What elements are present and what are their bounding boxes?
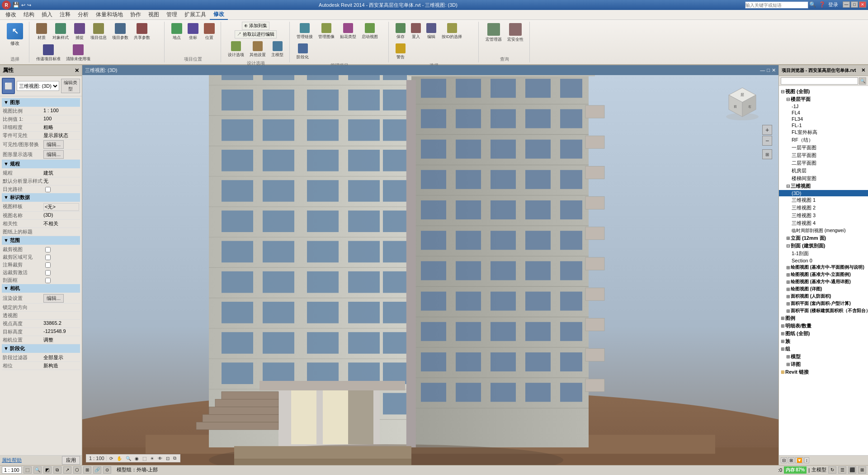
tree-area-floor[interactable]: ⊞ 面积平面 (楼标建筑面积积（不含阳台）) (779, 307, 868, 314)
far-clip-checkbox[interactable] (45, 270, 51, 276)
tree-groups-detail[interactable]: ⊞ 详图 (779, 361, 868, 368)
viewport[interactable]: 三维视图: (3D) — □ ✕ (82, 65, 778, 465)
status-icon-7[interactable]: ⊞ (83, 466, 91, 474)
ribbon-btn-design-options[interactable]: 设计选项 (226, 40, 246, 59)
status-icon-4[interactable]: ⧉ (53, 466, 61, 474)
ribbon-btn-coordinates[interactable]: 坐标 (185, 22, 201, 42)
viewport-maximize[interactable]: □ (767, 67, 770, 73)
tree-groups-model[interactable]: ⊞ 模型 (779, 353, 868, 361)
pan-btn[interactable]: ✋ (116, 456, 123, 461)
render-btn[interactable]: ◉ (134, 456, 140, 461)
project-browser-search-input[interactable] (781, 77, 858, 85)
tree-fp-rf[interactable]: RF（结） (779, 136, 868, 144)
ribbon-btn-save-sel[interactable]: 保存 (393, 22, 408, 41)
render-settings-btn[interactable]: 编辑... (43, 294, 64, 303)
status-icon-3[interactable]: ◩ (43, 466, 52, 474)
tree-3d-2[interactable]: 三维视图 2 (779, 204, 868, 212)
tree-drafting-plan[interactable]: ⊞ 绘图视图 (基准方中-平面图例与说明) (779, 264, 868, 271)
menu-massing[interactable]: 体量和场地 (92, 10, 127, 19)
crop-region-checkbox[interactable] (45, 255, 51, 260)
crop-view-btn[interactable]: ⊡ (165, 456, 170, 461)
ribbon-btn-manage-links[interactable]: 管理链接 (294, 22, 315, 41)
menu-addins[interactable]: 扩展工具 (181, 10, 210, 19)
tree-floor-plans[interactable]: ⊟ 楼层平面 (779, 95, 868, 103)
ribbon-btn-select-by-id[interactable]: 按ID的选择 (439, 22, 464, 41)
project-browser-search-icon[interactable]: 🔍 (859, 77, 866, 85)
menu-collaborate[interactable]: 协作 (127, 10, 145, 19)
menu-modify[interactable]: 修改 (2, 10, 20, 19)
section-box-checkbox[interactable] (45, 278, 51, 283)
ribbon-btn-snap[interactable]: 捕捉 (72, 22, 87, 42)
tree-section-1-1[interactable]: 1-1剖面 (779, 250, 868, 257)
prop-section-graphics[interactable]: ▼ 图形 (2, 98, 80, 107)
status-icon-8[interactable]: 🔗 (93, 466, 101, 474)
tree-3d-temp[interactable]: 临时局部剖视图 (mengwei) (779, 227, 868, 234)
tree-3d-current[interactable]: (3D) (779, 190, 868, 196)
viewport-close[interactable]: ✕ (772, 67, 776, 73)
tree-3d-1[interactable]: 三维视图 1 (779, 196, 868, 204)
vg-edit-btn[interactable]: 编辑... (43, 140, 64, 149)
tree-sheets[interactable]: ⊞ 图纸 (全部) (779, 330, 868, 337)
graphic-display-edit-btn[interactable]: 编辑... (43, 150, 64, 159)
temporary-hide-btn[interactable]: ⧉ (172, 456, 177, 461)
orbit-btn[interactable]: ⟳ (108, 456, 114, 461)
tree-revit-links[interactable]: ⊞ Revit 链接 (779, 368, 868, 376)
tree-drafting-detail[interactable]: ⊞ 绘图视图 (详图) (779, 285, 868, 293)
menu-structure[interactable]: 结构 (20, 10, 38, 19)
tree-collapse-all-btn[interactable]: ⊟ (781, 457, 787, 463)
tree-fp-fl-ext[interactable]: FL室外标高 (779, 128, 868, 136)
tree-groups[interactable]: ⊞ 组 (779, 345, 868, 353)
status-extra-3[interactable]: ⬛ (848, 466, 856, 474)
ribbon-btn-phasing[interactable]: 阶段化 (294, 42, 311, 62)
help-icon[interactable]: ❓ (819, 1, 826, 9)
ribbon-btn-location-site[interactable]: 地点 (169, 22, 184, 42)
zoom-btn[interactable]: 🔍 (125, 456, 132, 461)
ribbon-btn-modify[interactable]: ↖ 修改 (5, 22, 25, 48)
tree-legends[interactable]: ⊞ 图例 (779, 314, 868, 322)
prop-section-camera[interactable]: ▼ 相机 (2, 284, 80, 293)
tree-drafting-elev[interactable]: ⊞ 绘图视图 (基准方中-立面图例) (779, 271, 868, 278)
ribbon-btn-load-sel[interactable]: 置入 (409, 22, 423, 41)
ribbon-btn-decal-types[interactable]: 贴花类型 (338, 22, 359, 41)
menu-view[interactable]: 视图 (145, 10, 163, 19)
menu-analyze[interactable]: 分析 (74, 10, 92, 19)
ribbon-btn-object-styles[interactable]: 对象样式 (50, 22, 71, 42)
nav-cube[interactable]: 层 前 右 (724, 84, 760, 120)
ribbon-btn-manage-images[interactable]: 管理图像 (316, 22, 337, 41)
status-icon-9[interactable]: ⊙ (103, 466, 111, 474)
prop-section-extents[interactable]: ▼ 范围 (2, 236, 80, 245)
ribbon-btn-startup-view[interactable]: 启动视图 (359, 22, 380, 41)
quick-access-redo[interactable]: ↪ (27, 2, 31, 8)
ribbon-btn-pick[interactable]: ↗ 拾取以进行编辑 (235, 30, 277, 38)
tree-area-civil[interactable]: ⊞ 面积视图 (人防面积) (779, 293, 868, 300)
close-btn[interactable]: ✕ (859, 1, 866, 8)
sun-path-checkbox[interactable] (45, 187, 51, 192)
properties-apply-btn[interactable]: 应用 (62, 456, 80, 465)
ribbon-btn-project-params[interactable]: 项目参数 (110, 22, 131, 42)
menu-annotate[interactable]: 注释 (56, 10, 74, 19)
tree-sections[interactable]: ⊟ 剖面 (建筑剖面) (779, 242, 868, 250)
prop-section-discipline[interactable]: ▼ 规程 (2, 160, 80, 168)
ribbon-btn-edit-sel[interactable]: 编辑 (424, 22, 439, 41)
tree-fp-3f[interactable]: 三层平面图 (779, 152, 868, 159)
ribbon-btn-macro-manager[interactable]: 宏管理器 (483, 22, 504, 44)
status-extra-4[interactable]: ⊞ (858, 466, 866, 474)
tree-fp-stair[interactable]: 楼梯间室图 (779, 175, 868, 182)
tree-sort-btn[interactable]: ↕ (804, 457, 809, 463)
edit-type-btn[interactable]: 编辑类型 (61, 79, 80, 93)
tree-schedules[interactable]: ⊞ 明细表/数量 (779, 322, 868, 330)
tree-elevations[interactable]: ⊞ 立面 (12mm 面) (779, 234, 868, 242)
tree-3d-3[interactable]: 三维视图 3 (779, 212, 868, 219)
status-extra-2[interactable]: ☰ (838, 466, 846, 474)
zoom-fit-btn[interactable]: ⊞ (762, 149, 772, 159)
properties-help-link[interactable]: 属性帮助 (2, 457, 22, 464)
tree-fp-neg1j[interactable]: -1J (779, 103, 868, 109)
menu-modify2[interactable]: 修改 (210, 10, 228, 20)
tree-fp-1f[interactable]: 一层平面图 (779, 144, 868, 152)
status-extra-1[interactable]: ↻ (828, 466, 836, 474)
status-icon-5[interactable]: ↗ (63, 466, 71, 474)
search-icon[interactable]: 🔍 (809, 1, 816, 9)
tree-families[interactable]: ⊞ 族 (779, 337, 868, 345)
tree-fp-fl34[interactable]: FL34 (779, 116, 868, 122)
crop-view-checkbox[interactable] (45, 247, 51, 252)
